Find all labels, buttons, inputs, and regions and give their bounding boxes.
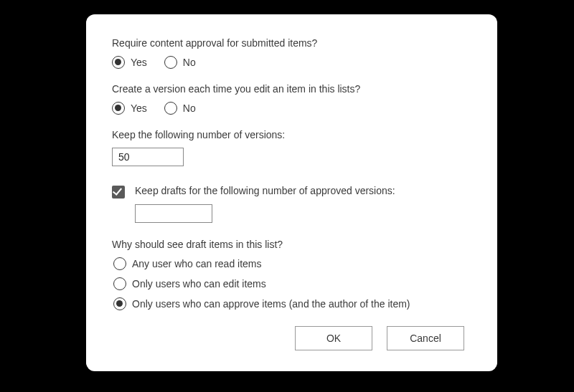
draft-visibility-radio-group: Any user who can read items Only users w… xyxy=(113,257,471,310)
radio-icon xyxy=(113,277,126,290)
approval-yes-option[interactable]: Yes xyxy=(112,56,147,69)
keep-drafts-input[interactable] xyxy=(135,204,212,223)
draft-visibility-option-label: Only users who can approve items (and th… xyxy=(132,298,410,310)
radio-icon xyxy=(112,102,125,115)
draft-visibility-question: Why should see draft items in this list? xyxy=(112,239,471,250)
versioning-question: Create a version each time you edit an i… xyxy=(112,83,471,95)
approval-radio-group: Yes No xyxy=(112,56,471,69)
draft-visibility-option-approvers[interactable]: Only users who can approve items (and th… xyxy=(113,297,471,310)
keep-versions-label: Keep the following number of versions: xyxy=(112,129,471,140)
approval-question: Require content approval for submitted i… xyxy=(112,37,471,49)
approval-no-option[interactable]: No xyxy=(164,56,196,69)
radio-icon xyxy=(113,257,126,270)
approval-yes-label: Yes xyxy=(131,57,147,68)
draft-visibility-option-label: Any user who can read items xyxy=(132,258,262,269)
radio-icon xyxy=(113,297,126,310)
radio-icon xyxy=(112,56,125,69)
versioning-no-option[interactable]: No xyxy=(164,102,196,115)
versioning-radio-group: Yes No xyxy=(112,102,471,115)
keep-drafts-block: Keep drafts for the following number of … xyxy=(112,185,471,223)
radio-icon xyxy=(164,56,177,69)
cancel-button[interactable]: Cancel xyxy=(387,326,464,350)
versioning-yes-option[interactable]: Yes xyxy=(112,102,147,115)
radio-icon xyxy=(164,102,177,115)
versioning-no-label: No xyxy=(183,102,196,114)
keep-versions-input[interactable] xyxy=(112,148,184,166)
draft-visibility-option-readers[interactable]: Any user who can read items xyxy=(113,257,471,270)
keep-drafts-label: Keep drafts for the following number of … xyxy=(135,185,395,196)
approval-no-label: No xyxy=(183,57,196,68)
dialog-button-row: OK Cancel xyxy=(112,326,464,350)
versioning-settings-panel: Require content approval for submitted i… xyxy=(86,14,497,371)
draft-visibility-option-label: Only users who can edit items xyxy=(132,278,266,290)
draft-visibility-option-editors[interactable]: Only users who can edit items xyxy=(113,277,471,290)
keep-drafts-checkbox[interactable] xyxy=(112,186,125,199)
versioning-yes-label: Yes xyxy=(131,102,147,114)
ok-button[interactable]: OK xyxy=(295,326,372,350)
